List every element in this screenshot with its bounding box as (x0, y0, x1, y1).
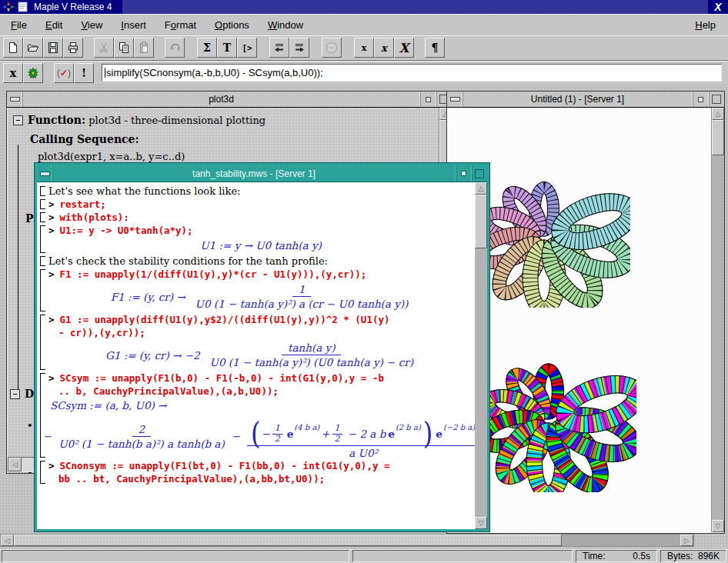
check-evaluate-button[interactable]: (✓) (54, 63, 74, 83)
paragraph-button[interactable]: ¶ (425, 38, 445, 58)
help-function-line: Function: plot3d - three-dimensional plo… (28, 114, 265, 126)
window-menu-button[interactable] (7, 92, 23, 107)
group-bracket (40, 212, 45, 222)
collapse-section-icon[interactable] (10, 389, 20, 399)
window-menu-icon (40, 172, 50, 176)
main-horizontal-scrollbar[interactable]: ◁ ▷ (0, 534, 694, 547)
scissors-icon (98, 42, 110, 54)
help-window-titlebar[interactable]: plot3d (7, 92, 452, 108)
menu-options[interactable]: Options (215, 19, 249, 31)
copy-button[interactable] (114, 38, 134, 58)
worksheet-vertical-scrollbar[interactable]: △ ▽ (475, 182, 487, 529)
maple-prompt: > (48, 198, 55, 211)
plot-window-titlebar[interactable]: Untitled (1) - [Server 1] (447, 92, 724, 108)
maple-input[interactable]: restart; (60, 198, 106, 211)
maple-input-continuation[interactable]: .. b, CauchyPrincipalValue),(a,b,U0)); (58, 385, 279, 398)
undo-button[interactable] (165, 38, 185, 58)
maple-input[interactable]: U1:= y -> U0*tanh(a*y); (60, 224, 193, 237)
maple-output: G1 := (y, cr) → −2 tanh(a y)U0 (1 − tanh… (48, 341, 473, 368)
scroll-up-icon[interactable]: △ (712, 108, 724, 120)
scroll-left-icon[interactable]: ◁ (8, 458, 22, 471)
window-menu-button[interactable] (447, 92, 463, 107)
maple-input[interactable]: G1 := unapply(diff(U1(y),y$2)/((diff(U1(… (60, 313, 390, 326)
font-large-button[interactable]: X (394, 38, 414, 58)
text-group: Let's see what the functions look like: (40, 185, 473, 198)
window-minimize-button[interactable] (455, 165, 471, 182)
execute-button[interactable]: ! (74, 63, 94, 83)
maple-input-continuation[interactable]: - cr)),(y,cr)); (58, 326, 145, 339)
window-maximize-button[interactable] (471, 165, 487, 182)
window-minimize-button[interactable] (692, 92, 708, 107)
titlebar-pattern[interactable] (122, 0, 708, 14)
scroll-down-icon[interactable]: ▽ (712, 520, 724, 532)
group-bracket (40, 256, 45, 266)
maple-input[interactable]: SCsym := unapply(F1(b,0) - F1(-b,0) - in… (60, 371, 384, 385)
maximize-icon (475, 169, 484, 178)
menu-file[interactable]: File (11, 19, 27, 31)
scrollbar-trough[interactable] (562, 535, 680, 546)
group-bracket (40, 373, 45, 458)
maple-prompt: > (48, 459, 55, 472)
execution-group: >SCsym := unapply(F1(b,0) - F1(-b,0) - i… (40, 371, 473, 459)
scroll-left-icon[interactable]: ◁ (1, 535, 14, 546)
scroll-down-icon[interactable]: ▽ (475, 517, 487, 529)
new-button[interactable] (3, 38, 23, 58)
scroll-up-icon[interactable]: △ (475, 182, 487, 195)
maple-input[interactable]: with(plots): (60, 211, 129, 224)
menu-edit[interactable]: Edit (45, 19, 62, 31)
stop-button[interactable] (322, 38, 342, 58)
font-small-button[interactable]: x (354, 38, 374, 58)
window-minimize-button[interactable] (419, 92, 436, 107)
scrollbar-thumb[interactable] (475, 195, 487, 248)
collapse-section-icon[interactable] (13, 115, 23, 125)
print-button[interactable] (63, 38, 83, 58)
text-mode-button[interactable]: T (217, 38, 237, 58)
window-menu-button[interactable] (37, 165, 53, 182)
paste-button[interactable] (134, 38, 154, 58)
menu-help[interactable]: Help (695, 19, 716, 31)
back-arrow-icon (273, 42, 286, 54)
maple-input[interactable]: F1 := unapply(1/(diff(U1(y),y)*(cr - U1(… (60, 268, 367, 281)
help-call-1: plot3d(expr1, x=a..b, y=c..d) (38, 151, 452, 162)
window-maximize-button[interactable] (708, 92, 724, 107)
maple-input-continuation[interactable]: bb .. bt, CauchyPrincipalValue),(a,bb,bt… (58, 472, 325, 485)
close-icon[interactable]: X (708, 0, 728, 14)
scrollbar-thumb[interactable] (712, 120, 724, 155)
save-button[interactable] (43, 38, 63, 58)
minimize-icon (461, 171, 466, 176)
maple-output-lhs: SCsym := (a, b, U0) → (50, 399, 473, 411)
plot-vertical-scrollbar[interactable]: △ ▽ (711, 108, 724, 532)
maple-prompt: > (48, 371, 55, 385)
go-back-button[interactable] (269, 38, 289, 58)
mdi-workspace: plot3d Function: plot3d - three-dimensio… (0, 85, 728, 549)
menu-window[interactable]: Window (268, 19, 303, 31)
main-toolbar: Σ T [> x x X ¶ (0, 35, 728, 61)
sigma-button[interactable]: Σ (197, 38, 217, 58)
menu-insert[interactable]: Insert (121, 19, 146, 31)
maple-leaf-icon (27, 67, 39, 79)
open-folder-icon (27, 42, 39, 54)
pastel-spiral-shell-plot (479, 169, 630, 308)
worksheet-titlebar[interactable]: tanh_stability.mws - [Server 1] (37, 165, 487, 182)
worksheet-content[interactable]: Let's see what the functions look like: … (37, 182, 475, 529)
scroll-right-icon[interactable]: ▷ (680, 535, 693, 546)
maple-output-formula: − 2U0² (1 − tanh(b a)²) a tanh(b a) − (−… (48, 413, 473, 459)
worksheet-text: Let's see what the functions look like: (48, 185, 473, 198)
execution-group: >G1 := unapply(diff(U1(y),y$2)/((diff(U1… (40, 313, 473, 371)
expression-input[interactable]: simplify(SCnonsym(a,-b,b,U0) - SCsym(a,b… (102, 64, 722, 82)
menu-view[interactable]: View (81, 19, 102, 31)
maple-leaf-button[interactable] (23, 63, 43, 83)
open-button[interactable] (23, 38, 43, 58)
maple-prompt-button[interactable]: [> (237, 38, 257, 58)
math-x-button[interactable]: x (3, 63, 23, 83)
go-forward-button[interactable] (289, 38, 309, 58)
maple-input[interactable]: SCnonsym := unapply(F1(bt,0) - F1(bb,0) … (60, 459, 390, 472)
menu-format[interactable]: Format (165, 19, 196, 31)
status-bytes-panel: Bytes: 896K (660, 550, 726, 562)
document-icon[interactable] (18, 2, 28, 12)
font-italic-button[interactable]: x (374, 38, 394, 58)
plot-window-title: Untitled (1) - [Server 1] (463, 92, 692, 107)
cut-button[interactable] (94, 38, 114, 58)
app-title: Maple V Release 4 (34, 2, 122, 12)
scrollbar-thumb[interactable] (14, 535, 562, 546)
